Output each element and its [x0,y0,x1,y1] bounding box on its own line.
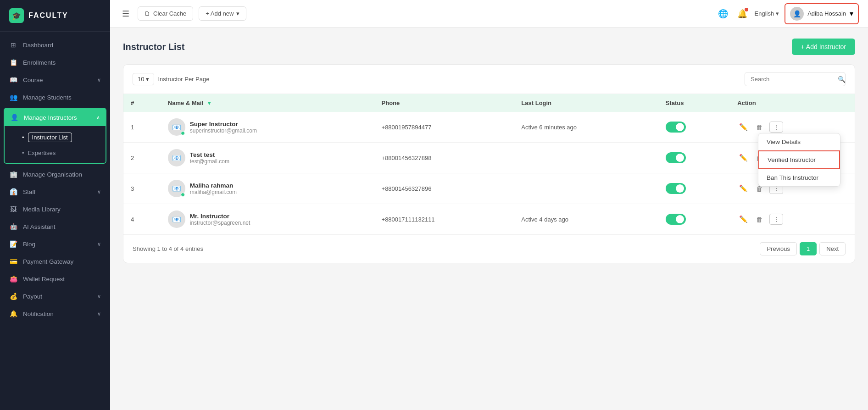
sidebar-label-manage-instructors: Manage Instructors [24,114,91,121]
sidebar-logo: 🎓 FACULTY [0,0,110,32]
more-options-button[interactable]: ⋮ [769,122,783,133]
status-toggle[interactable] [666,152,686,163]
cell-last-login [514,143,658,173]
more-options-button[interactable]: ⋮ [769,214,783,225]
sidebar-label-media-library: Media Library [23,206,101,213]
cell-number: 3 [123,173,161,204]
sidebar-item-enrollments[interactable]: 📋 Enrollments [0,54,110,71]
clear-cache-icon: 🗋 [145,10,150,17]
topbar: ☰ 🗋 Clear Cache + Add new ▾ 🌐 🔔 English … [110,0,868,28]
sidebar-item-payout[interactable]: 💰 Payout ∨ [0,288,110,305]
sidebar-subitem-expertises[interactable]: Expertises [5,146,106,160]
clear-cache-button[interactable]: 🗋 Clear Cache [138,6,193,21]
dropdown-item-view-details[interactable]: View Details [758,133,840,150]
sidebar-item-wallet-request[interactable]: 👛 Wallet Request [0,270,110,288]
edit-button[interactable]: ✏️ [737,213,750,225]
delete-button[interactable]: 🗑 [754,214,765,225]
page-1-button[interactable]: 1 [800,242,817,255]
language-selector[interactable]: English ▾ [755,10,779,17]
course-arrow: ∨ [97,77,101,83]
action-icons: ✏️ 🗑 ⋮ [737,121,847,133]
dashboard-icon: ⊞ [9,41,17,49]
staff-arrow: ∨ [97,189,101,195]
edit-button[interactable]: ✏️ [737,121,750,133]
sidebar-navigation: ⊞ Dashboard 📋 Enrollments 📖 Course ∨ 👥 M… [0,32,110,327]
sidebar-item-ai-assistant[interactable]: 🤖 AI Assistant [0,218,110,235]
per-page-dropdown[interactable]: 10 ▾ [133,73,154,85]
notification-bell-button[interactable]: 🔔 [735,7,749,21]
status-toggle[interactable] [666,183,686,194]
sidebar-subitem-instructor-list[interactable]: Instructor List [5,129,106,146]
wallet-icon: 👛 [9,275,17,283]
edit-button[interactable]: ✏️ [737,152,750,164]
cell-phone: +88001957894477 [374,112,514,143]
sidebar-item-manage-instructors[interactable]: 👤 Manage Instructors ∧ [5,109,106,126]
status-toggle[interactable] [666,214,686,225]
add-new-button[interactable]: + Add new ▾ [199,6,246,21]
search-input[interactable] [745,72,833,86]
manage-instructors-submenu: Instructor List Expertises [5,126,106,163]
cell-status [658,112,730,143]
globe-button[interactable]: 🌐 [716,7,730,21]
sidebar-item-course[interactable]: 📖 Course ∨ [0,71,110,89]
status-toggle[interactable] [666,122,686,133]
cell-last-login [514,173,658,204]
instructors-table: # Name & Mail ▼ Phone Last Login Status … [123,94,855,234]
main-content: ☰ 🗋 Clear Cache + Add new ▾ 🌐 🔔 English … [110,0,868,410]
sidebar-label-manage-org: Manage Organisation [23,171,101,178]
sidebar-item-blog[interactable]: 📝 Blog ∨ [0,235,110,253]
previous-button[interactable]: Previous [760,242,797,255]
instructor-list-label: Instructor List [28,133,72,142]
delete-button[interactable]: 🗑 [754,122,765,133]
sidebar-item-staff[interactable]: 👔 Staff ∨ [0,183,110,200]
clear-cache-label: Clear Cache [153,10,186,17]
menu-toggle-button[interactable]: ☰ [119,6,132,22]
sidebar-item-media-library[interactable]: 🖼 Media Library [0,200,110,218]
next-button[interactable]: Next [819,242,846,255]
sidebar-label-enrollments: Enrollments [23,59,101,66]
cell-number: 2 [123,143,161,173]
manage-instructors-arrow: ∧ [96,115,100,121]
cell-name-mail: 📧 Test test test@gmail.com [161,143,374,173]
course-icon: 📖 [9,76,17,83]
col-action: Action [730,94,855,112]
language-arrow: ▾ [776,10,779,17]
edit-button[interactable]: ✏️ [737,183,750,194]
sort-icon[interactable]: ▼ [207,100,212,106]
cell-name-mail: 📧 Maliha rahman maliha@gmail.com [161,173,374,204]
user-menu[interactable]: 👤 Adiba Hossain ▾ [785,3,859,24]
payout-arrow: ∨ [97,294,101,299]
payment-icon: 💳 [9,258,17,265]
dropdown-item-ban-instructor[interactable]: Ban This Instructor [758,169,840,186]
sidebar-item-dashboard[interactable]: ⊞ Dashboard [0,36,110,54]
cell-name-mail: 📧 Mr. Instructor instructor@spagreen.net [161,204,374,235]
enrollments-icon: 📋 [9,59,17,66]
action-dropdown-menu: View DetailsVerified InstructorBan This … [758,133,840,187]
entries-info: Showing 1 to 4 of 4 entries [133,245,203,252]
instructor-avatar: 📧 [168,149,185,166]
col-phone: Phone [374,94,514,112]
sidebar-label-payout: Payout [23,293,92,300]
dropdown-item-verified-instructor[interactable]: Verified Instructor [758,150,840,169]
sidebar-item-payment-gateway[interactable]: 💳 Payment Gateway [0,253,110,270]
pagination: Previous 1 Next [760,242,846,255]
avatar: 👤 [790,7,804,21]
sidebar-item-manage-students[interactable]: 👥 Manage Students [0,89,110,106]
cell-last-login: Active 4 days ago [514,204,658,235]
instructor-avatar: 📧 [168,118,185,136]
logo-icon: 🎓 [9,8,24,23]
manage-org-icon: 🏢 [9,171,17,178]
table-row: 1 📧 Super Instructor superinstructor@gma… [123,112,855,143]
expertises-label: Expertises [28,150,56,156]
sidebar-item-notification[interactable]: 🔔 Notification ∨ [0,305,110,322]
sidebar-label-blog: Blog [23,241,92,248]
sidebar-item-manage-organisation[interactable]: 🏢 Manage Organisation [0,166,110,183]
table-row: 2 📧 Test test test@gmail.com +8800145632… [123,143,855,173]
sidebar-manage-instructors-box: 👤 Manage Instructors ∧ Instructor List E… [4,108,106,164]
instructor-table-card: 10 ▾ Instructor Per Page 🔍 # Name & M [123,64,855,263]
sidebar-label-notification: Notification [23,310,92,317]
instructor-avatar: 📧 [168,211,185,228]
search-button[interactable]: 🔍 [833,76,846,83]
add-new-arrow: ▾ [236,10,239,17]
add-instructor-button[interactable]: + Add Instructor [792,39,855,55]
